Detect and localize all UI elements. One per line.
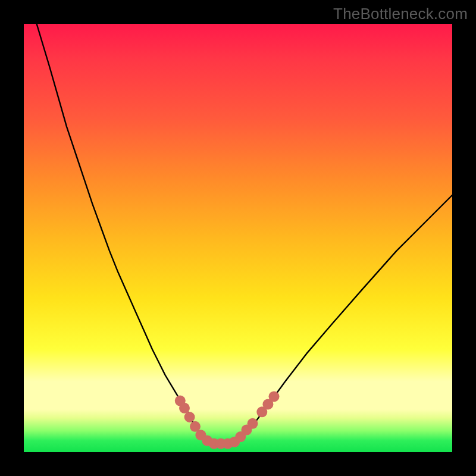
- curve-marker: [184, 412, 195, 422]
- curve-marker: [179, 403, 190, 414]
- bottleneck-curve: [37, 24, 452, 444]
- watermark-text: TheBottleneck.com: [333, 5, 468, 23]
- plot-area: [24, 24, 452, 452]
- curve-markers: [175, 391, 280, 449]
- curve-marker: [248, 418, 258, 429]
- curve-marker: [269, 391, 280, 402]
- chart-frame: TheBottleneck.com: [0, 0, 476, 476]
- curve-layer: [24, 24, 452, 452]
